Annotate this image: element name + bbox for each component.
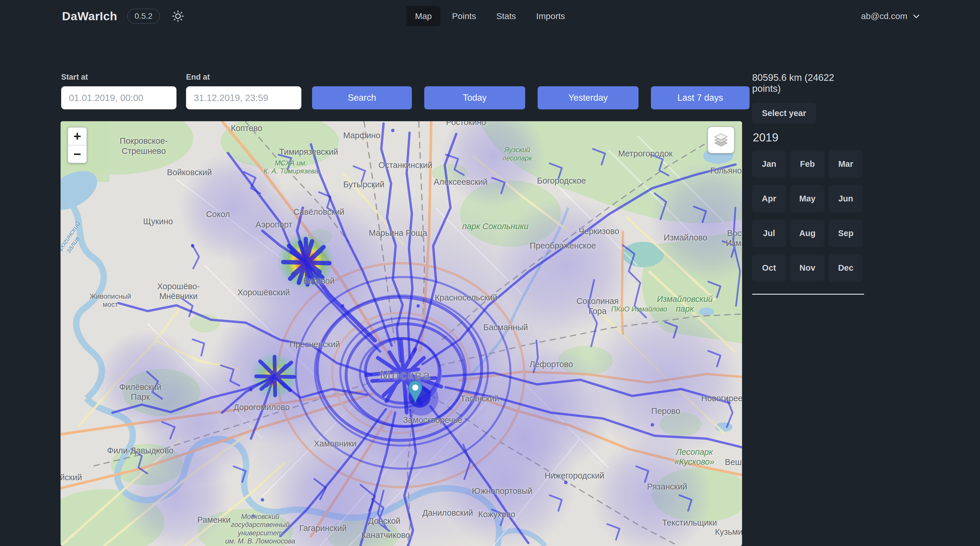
year-heading: 2019	[753, 131, 864, 144]
month-button-jun[interactable]: Jun	[829, 185, 862, 212]
month-button-feb[interactable]: Feb	[791, 150, 824, 178]
month-button-dec[interactable]: Dec	[829, 254, 862, 282]
yesterday-button[interactable]: Yesterday	[538, 86, 638, 109]
tab-imports[interactable]: Imports	[528, 6, 574, 26]
tab-map[interactable]: Map	[406, 6, 441, 26]
main-nav: Map Points Stats Imports	[406, 0, 574, 32]
app-logo[interactable]: DaWarIch	[62, 10, 118, 23]
map-canvas[interactable]: КоптевоПокровское- СтрешневоТимирязевски…	[60, 121, 742, 546]
end-at-input[interactable]	[186, 86, 301, 109]
select-year-button[interactable]: Select year	[752, 103, 816, 123]
start-at-input[interactable]	[61, 86, 177, 109]
version-badge: 0.5.2	[127, 9, 160, 24]
user-menu[interactable]: ab@cd.com	[861, 0, 921, 32]
user-email: ab@cd.com	[861, 11, 907, 21]
start-at-label: Start at	[61, 73, 177, 81]
today-button[interactable]: Today	[424, 86, 525, 109]
map-tiles-layer	[60, 121, 742, 546]
month-button-jul[interactable]: Jul	[752, 220, 786, 247]
sidebar-divider	[752, 294, 864, 295]
layers-icon	[713, 132, 729, 148]
month-button-sep[interactable]: Sep	[829, 220, 862, 247]
end-at-label: End at	[186, 73, 301, 81]
month-button-may[interactable]: May	[791, 185, 824, 212]
zoom-control: + −	[67, 127, 87, 163]
filter-bar: Start at End at Search Today Yesterday L…	[61, 73, 749, 109]
month-button-nov[interactable]: Nov	[791, 254, 824, 282]
month-button-mar[interactable]: Mar	[829, 150, 862, 178]
month-button-apr[interactable]: Apr	[752, 185, 786, 212]
month-button-aug[interactable]: Aug	[791, 220, 824, 247]
month-button-jan[interactable]: Jan	[752, 150, 786, 178]
theme-toggle-button[interactable]	[170, 8, 186, 24]
map-marker-pin[interactable]	[408, 380, 422, 404]
sun-icon	[171, 10, 185, 23]
app-header: DaWarIch 0.5.2 Map Points Stats Imports …	[0, 0, 980, 32]
tab-stats[interactable]: Stats	[488, 6, 525, 26]
zoom-in-button[interactable]: +	[68, 128, 86, 145]
stats-sidebar: 80595.6 km (24622 points) Select year 20…	[752, 72, 864, 295]
distance-points-summary: 80595.6 km (24622 points)	[752, 72, 864, 94]
months-grid: Jan Feb Mar Apr May Jun Jul Aug Sep Oct …	[752, 150, 864, 282]
search-button[interactable]: Search	[312, 86, 412, 109]
layers-control[interactable]	[708, 126, 735, 153]
tab-points[interactable]: Points	[443, 6, 485, 26]
brand: DaWarIch 0.5.2	[62, 0, 186, 32]
zoom-out-button[interactable]: −	[68, 145, 86, 163]
chevron-down-icon	[912, 12, 921, 21]
last-7-days-button[interactable]: Last 7 days	[651, 86, 749, 109]
month-button-oct[interactable]: Oct	[752, 254, 786, 282]
